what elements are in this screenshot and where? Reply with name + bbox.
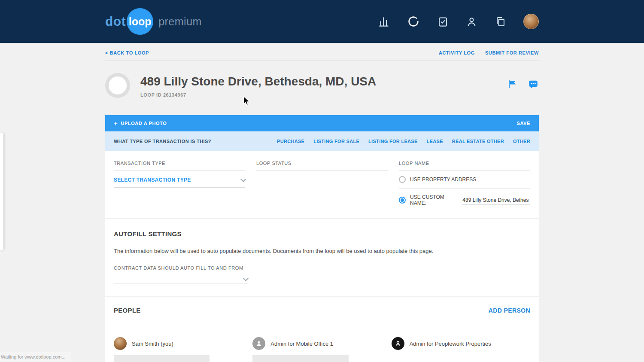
person-role-row: [252, 355, 348, 362]
plus-icon: +: [114, 120, 118, 127]
browser-status-bar: Waiting for www.dotloop.com...: [0, 352, 71, 362]
loop-status-column: LOOP STATUS: [256, 161, 388, 211]
back-chevron-icon: <: [105, 50, 108, 55]
logo-premium-text: premium: [158, 15, 202, 28]
loops-icon[interactable]: [407, 15, 420, 28]
transaction-type-label: TRANSACTION TYPE: [114, 161, 245, 170]
loop-details-form: TRANSACTION TYPE SELECT TRANSACTION TYPE…: [105, 151, 539, 218]
person-admin-mobile-office[interactable]: Admin for Mobile Office 1: [252, 337, 391, 350]
add-person-button[interactable]: ADD PERSON: [489, 307, 530, 314]
use-custom-name-radio[interactable]: USE CUSTOM NAME:: [399, 189, 530, 211]
top-navbar: dot loop premium: [0, 0, 644, 43]
chevron-down-icon: [243, 276, 249, 281]
transaction-type-bar: WHAT TYPE OF TRANSACTION IS THIS? PURCHA…: [105, 131, 539, 151]
submit-for-review-link[interactable]: SUBMIT FOR REVIEW: [485, 50, 539, 55]
logo-dot-text: dot: [105, 14, 126, 29]
templates-icon[interactable]: [495, 16, 506, 27]
logo-loop-circle: loop: [127, 8, 153, 35]
stats-icon[interactable]: [378, 16, 390, 27]
radio-selected-icon: [399, 197, 406, 204]
transaction-type-column: TRANSACTION TYPE SELECT TRANSACTION TYPE: [114, 161, 245, 211]
transaction-option-purchase[interactable]: PURCHASE: [277, 139, 304, 144]
tasks-icon[interactable]: [437, 16, 449, 27]
chevron-down-icon: [240, 176, 246, 182]
loop-name-column: LOOP NAME USE PROPERTY ADDRESS USE CUSTO…: [399, 161, 530, 211]
upload-photo-button[interactable]: + UPLOAD A PHOTO: [114, 120, 167, 127]
activity-log-link[interactable]: ACTIVITY LOG: [439, 50, 475, 55]
transaction-option-other[interactable]: OTHER: [513, 139, 530, 144]
autofill-settings-section: AUTOFILL SETTINGS The information below …: [105, 219, 539, 296]
photo-save-bar: + UPLOAD A PHOTO SAVE: [105, 115, 539, 131]
transaction-option-listing-for-sale[interactable]: LISTING FOR SALE: [313, 139, 359, 144]
contract-autofill-select[interactable]: [114, 273, 248, 283]
flag-icon[interactable]: [507, 79, 517, 90]
autofill-description: The information below will be used to au…: [114, 248, 530, 254]
transaction-option-listing-for-lease[interactable]: LISTING FOR LEASE: [368, 139, 418, 144]
radio-unselected-icon: [399, 176, 406, 183]
save-button[interactable]: SAVE: [516, 121, 530, 126]
loop-name-label: LOOP NAME: [399, 161, 530, 170]
dotloop-logo[interactable]: dot loop premium: [105, 8, 202, 35]
page-title: 489 Lilly Stone Drive, Bethesda, MD, USA: [140, 75, 376, 88]
avatar: [114, 337, 127, 350]
loop-toolbar: < BACK TO LOOP ACTIVITY LOG SUBMIT FOR R…: [105, 43, 539, 61]
use-property-address-radio[interactable]: USE PROPERTY ADDRESS: [399, 170, 530, 189]
loop-photo-placeholder[interactable]: [105, 73, 130, 98]
loop-id-label: LOOP ID 26134967: [140, 92, 376, 97]
autofill-heading: AUTOFILL SETTINGS: [114, 230, 530, 237]
custom-name-input[interactable]: [462, 196, 530, 204]
loop-header: 489 Lilly Stone Drive, Bethesda, MD, USA…: [105, 61, 539, 115]
people-icon[interactable]: [466, 16, 477, 27]
avatar: [252, 337, 265, 350]
people-heading: PEOPLE: [114, 307, 141, 314]
transaction-option-real-estate-other[interactable]: REAL ESTATE OTHER: [452, 139, 504, 144]
left-edge-panel: [0, 133, 3, 250]
person-admin-peoplework[interactable]: Admin for Peoplework Properties: [392, 337, 530, 350]
transaction-option-lease[interactable]: LEASE: [427, 139, 443, 144]
loop-status-label: LOOP STATUS: [256, 161, 388, 170]
avatar: [392, 337, 404, 350]
people-section: PEOPLE ADD PERSON Sam Smith (you) Admin …: [105, 297, 539, 362]
profile-avatar[interactable]: [523, 14, 539, 29]
transaction-question: WHAT TYPE OF TRANSACTION IS THIS?: [114, 139, 211, 144]
contract-autofill-label: CONTRACT DATA SHOULD AUTO FILL TO AND FR…: [114, 265, 530, 271]
person-sam-smith[interactable]: Sam Smith (you): [114, 337, 252, 350]
person-role-row: [114, 355, 210, 362]
back-to-loop-link[interactable]: < BACK TO LOOP: [105, 50, 149, 55]
messages-icon[interactable]: [528, 79, 539, 90]
transaction-type-select[interactable]: SELECT TRANSACTION TYPE: [114, 170, 245, 188]
